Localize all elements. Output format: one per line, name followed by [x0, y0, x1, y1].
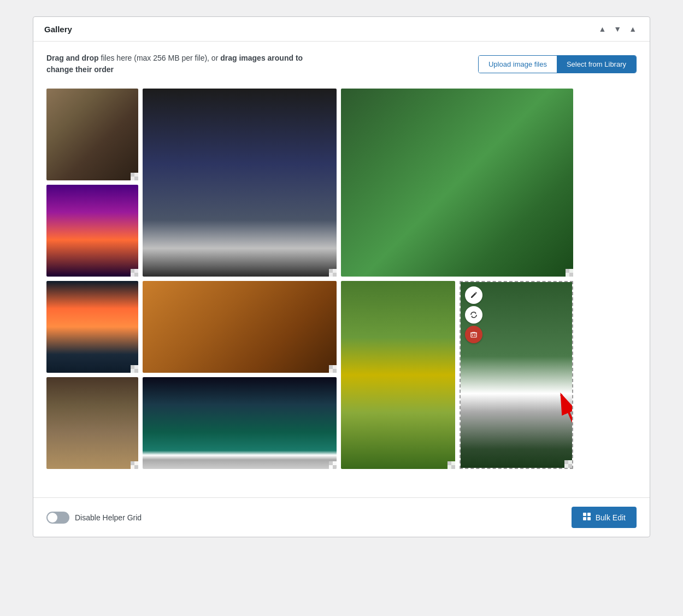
svg-rect-9: [134, 269, 138, 273]
svg-rect-45: [471, 333, 476, 337]
bulk-edit-icon: [582, 512, 591, 523]
svg-rect-4: [134, 173, 138, 177]
toolbar-row: Drag and drop files here (max 256 MB per…: [46, 52, 637, 75]
svg-rect-6: [131, 269, 134, 273]
svg-rect-26: [329, 365, 333, 369]
toolbar-buttons: Upload image files Select from Library: [478, 55, 637, 73]
checker-corner-4: [123, 454, 138, 469]
svg-rect-52: [564, 464, 568, 468]
svg-rect-24: [333, 269, 337, 273]
svg-rect-33: [329, 465, 333, 469]
svg-rect-38: [566, 273, 569, 277]
bulk-edit-label: Bulk Edit: [596, 513, 626, 522]
svg-rect-2: [134, 177, 138, 180]
checker-corner-5: [321, 261, 337, 277]
gallery-image-5[interactable]: [143, 89, 337, 277]
toggle-wrap: Disable Helper Grid: [46, 512, 142, 524]
gallery-image-7[interactable]: [143, 377, 337, 469]
svg-rect-28: [329, 369, 333, 373]
gallery-panel: Gallery ▲ ▼ ▲ Drag and drop files here (…: [33, 16, 650, 537]
gallery-image-10[interactable]: [460, 281, 574, 469]
svg-rect-43: [448, 465, 451, 469]
checker-corner-8: [558, 261, 573, 277]
drag-hint-bold1: Drag and drop: [46, 54, 99, 62]
gallery-image-8[interactable]: [341, 89, 573, 277]
helper-grid-toggle[interactable]: [46, 512, 69, 524]
svg-rect-36: [566, 269, 569, 273]
library-button[interactable]: Select from Library: [557, 56, 636, 73]
svg-rect-23: [329, 273, 333, 277]
svg-rect-42: [451, 465, 455, 469]
edit-image-button[interactable]: [465, 286, 482, 304]
panel-footer: Disable Helper Grid Bulk Edit: [33, 497, 650, 537]
collapse-left-button[interactable]: ▲: [627, 24, 639, 34]
svg-rect-12: [134, 369, 138, 373]
gallery-image-4[interactable]: [46, 377, 138, 469]
gallery-image-3[interactable]: [46, 281, 138, 373]
panel-title: Gallery: [44, 25, 72, 34]
collapse-down-button[interactable]: ▼: [611, 24, 623, 34]
svg-rect-8: [131, 273, 134, 277]
panel-header: Gallery ▲ ▼ ▲: [33, 17, 650, 42]
svg-rect-58: [587, 517, 591, 520]
svg-rect-19: [134, 461, 138, 465]
svg-rect-50: [564, 460, 568, 464]
svg-rect-31: [329, 461, 333, 465]
svg-rect-51: [568, 464, 572, 468]
replace-image-button[interactable]: [465, 306, 482, 324]
svg-rect-53: [568, 460, 572, 464]
checker-corner-6: [321, 357, 337, 373]
drag-hint: Drag and drop files here (max 256 MB per…: [46, 52, 320, 75]
svg-rect-13: [131, 369, 134, 373]
checker-corner-3: [123, 357, 138, 373]
svg-rect-57: [583, 517, 586, 520]
image-action-buttons: [465, 286, 482, 343]
svg-rect-1: [131, 173, 134, 177]
svg-rect-37: [569, 273, 573, 277]
svg-rect-56: [587, 513, 591, 516]
checker-corner-7: [321, 454, 337, 469]
svg-rect-3: [131, 177, 134, 180]
svg-rect-11: [131, 365, 134, 369]
gallery-image-6[interactable]: [143, 281, 337, 373]
bulk-edit-button[interactable]: Bulk Edit: [572, 507, 637, 528]
checker-corner-2: [123, 261, 138, 277]
svg-rect-27: [333, 369, 337, 373]
gallery-grid: [46, 89, 637, 469]
panel-body: Drag and drop files here (max 256 MB per…: [33, 42, 650, 493]
svg-rect-44: [451, 461, 455, 465]
svg-rect-34: [333, 461, 337, 465]
collapse-up-button[interactable]: ▲: [596, 24, 608, 34]
checker-corner-1: [123, 165, 138, 180]
gallery-image-9[interactable]: [341, 281, 455, 469]
right-bottom-grid: [341, 281, 573, 469]
svg-rect-7: [134, 273, 138, 277]
svg-rect-22: [333, 273, 337, 277]
gallery-image-2[interactable]: [46, 185, 138, 277]
svg-rect-55: [583, 513, 586, 516]
svg-rect-32: [333, 465, 337, 469]
delete-image-button[interactable]: [465, 326, 482, 343]
gallery-image-1[interactable]: [46, 89, 138, 180]
svg-rect-16: [131, 461, 134, 465]
svg-rect-41: [448, 461, 451, 465]
svg-rect-21: [329, 269, 333, 273]
svg-rect-39: [569, 269, 573, 273]
drag-hint-text1: files here (max 256 MB per file), or: [99, 54, 221, 62]
toggle-label: Disable Helper Grid: [75, 513, 142, 522]
svg-rect-14: [134, 365, 138, 369]
svg-rect-18: [131, 465, 134, 469]
panel-controls: ▲ ▼ ▲: [596, 24, 639, 34]
checker-corner-10: [557, 453, 572, 468]
svg-rect-29: [333, 365, 337, 369]
upload-button[interactable]: Upload image files: [479, 56, 557, 73]
checker-corner-9: [440, 454, 455, 469]
svg-rect-17: [134, 465, 138, 469]
